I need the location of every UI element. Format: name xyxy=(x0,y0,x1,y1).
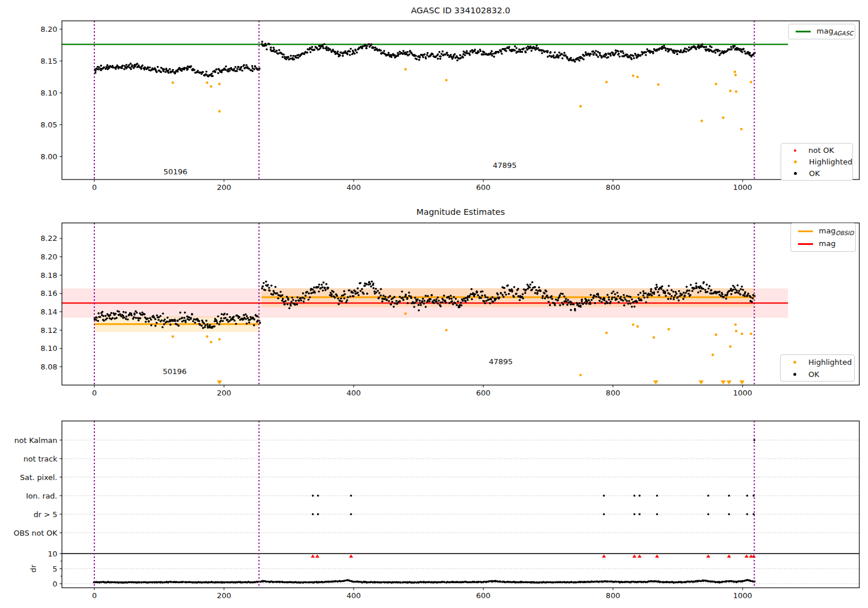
flag-row-label: not Kalman xyxy=(14,436,57,445)
ok-point xyxy=(650,288,652,291)
ok-point xyxy=(457,301,459,303)
dr-tick-label: 10 xyxy=(47,550,57,558)
ok-point xyxy=(627,303,630,305)
ok-point xyxy=(594,52,596,54)
ok-point xyxy=(156,71,158,74)
ok-point xyxy=(382,295,385,297)
ok-point xyxy=(672,298,675,301)
ok-point xyxy=(525,289,527,291)
ok-point xyxy=(422,298,424,300)
dr-axis-label: dr xyxy=(29,565,38,573)
ok-point xyxy=(166,321,168,323)
ok-point xyxy=(366,45,368,47)
x-tick-label: 600 xyxy=(476,183,491,192)
x-tick-label: 800 xyxy=(606,183,620,192)
ok-point xyxy=(326,49,328,52)
ok-point xyxy=(343,290,345,292)
highlighted-point xyxy=(171,335,174,338)
ok-point xyxy=(451,300,453,302)
ok-point xyxy=(323,43,326,46)
ok-point xyxy=(352,292,354,294)
ok-point xyxy=(586,303,588,305)
ok-point xyxy=(517,50,520,53)
ok-point xyxy=(588,299,590,302)
ok-point xyxy=(163,70,165,72)
highlighted-point xyxy=(653,336,655,339)
ok-point xyxy=(701,287,703,289)
ok-point xyxy=(700,290,702,292)
y-tick-label: 8.00 xyxy=(41,152,57,161)
highlighted-point xyxy=(637,76,639,78)
ok-point xyxy=(679,51,682,53)
ok-point xyxy=(133,67,135,69)
ok-point xyxy=(630,302,632,305)
segment-obsid-label: 47895 xyxy=(493,161,517,170)
ok-point xyxy=(347,53,349,56)
ok-point xyxy=(207,323,209,325)
x-tick-label: 600 xyxy=(476,389,491,397)
ok-point xyxy=(124,312,127,314)
ok-point xyxy=(668,285,670,287)
ok-point xyxy=(103,320,105,322)
ok-point xyxy=(163,68,165,71)
ok-point xyxy=(545,290,547,292)
mag-agasc-line-swatch xyxy=(796,31,811,32)
ok-point xyxy=(626,295,628,297)
ok-point xyxy=(460,302,462,304)
highlighted-point xyxy=(715,83,717,85)
ok-point xyxy=(547,50,549,52)
ok-point xyxy=(631,58,633,60)
ok-point xyxy=(164,318,166,321)
ok-point xyxy=(415,55,417,57)
ok-point xyxy=(529,287,531,289)
ok-point xyxy=(495,298,497,301)
ok-point xyxy=(739,48,741,50)
ok-point xyxy=(321,284,323,286)
ok-point xyxy=(417,298,419,301)
ok-point xyxy=(634,306,636,308)
ok-point xyxy=(742,289,744,291)
ok-point xyxy=(190,318,192,320)
highlighted-point xyxy=(605,80,608,83)
ok-point xyxy=(550,51,552,53)
ok-point xyxy=(105,315,107,317)
y-tick-label: 8.20 xyxy=(41,252,57,261)
ok-point xyxy=(522,293,524,295)
ok-point xyxy=(160,71,162,74)
highlighted-point xyxy=(741,332,743,335)
ok-point xyxy=(549,55,551,57)
ok-point xyxy=(269,43,271,46)
ok-point xyxy=(284,303,286,306)
ok-point xyxy=(426,54,428,56)
ok-point xyxy=(262,285,264,288)
ok-point xyxy=(377,290,379,292)
ok-point xyxy=(624,298,627,301)
ok-point xyxy=(523,47,525,50)
ok-point xyxy=(589,301,591,303)
ok-point xyxy=(574,309,576,312)
ok-point xyxy=(415,58,418,60)
ok-point xyxy=(162,313,164,315)
dr-point xyxy=(589,581,590,583)
ok-point xyxy=(290,55,292,57)
ok-point xyxy=(470,288,473,290)
ok-point xyxy=(447,54,449,56)
ok-point xyxy=(674,52,676,54)
ok-point xyxy=(584,52,587,54)
ok-point xyxy=(490,298,492,301)
dr-point xyxy=(420,581,422,583)
dr-exceed-marker xyxy=(311,555,315,558)
clipped-low-marker xyxy=(740,380,745,384)
ok-point xyxy=(678,290,681,292)
ok-point xyxy=(251,65,253,67)
ok-point xyxy=(203,323,205,325)
ok-point xyxy=(721,294,723,296)
ok-point xyxy=(279,291,282,293)
ok-point xyxy=(562,293,564,295)
flag-point xyxy=(746,495,748,497)
ok-point xyxy=(212,75,214,78)
ok-point xyxy=(465,301,467,303)
ok-point xyxy=(256,316,259,318)
ok-point xyxy=(730,288,732,290)
ok-point xyxy=(240,66,242,68)
